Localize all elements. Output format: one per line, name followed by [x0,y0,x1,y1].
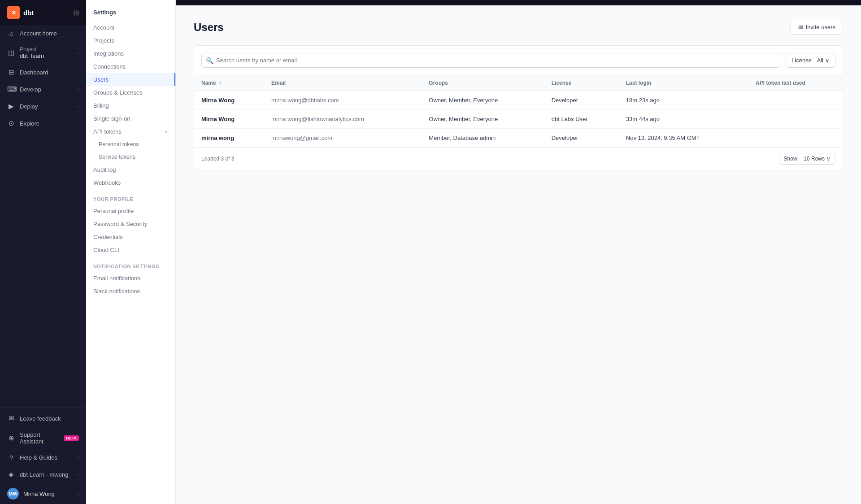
explore-icon: ⊙ [7,119,15,127]
cell-api-token [748,110,843,129]
cell-name: mirna wong [194,129,264,148]
settings-item-account[interactable]: Account [86,21,175,34]
settings-item-email-notifications[interactable]: Email notifications [86,272,175,285]
invite-users-button[interactable]: ✉ Invite users [791,20,843,35]
show-rows-dropdown[interactable]: Show: 10 Rows ∨ [779,153,835,165]
cell-email: mirna.wong@dbtlabs.com [264,91,422,110]
nav-header: ✕ dbt ⊞ [0,0,86,25]
sidebar-item-leave-feedback[interactable]: ✉ Leave feedback [0,410,86,427]
deploy-icon: ▶ [7,102,15,110]
develop-chevron-icon: › [77,87,79,92]
search-icon: 🔍 [206,57,213,64]
cell-groups: Owner, Member, Everyone [422,110,544,129]
table-row: Mirna Wong mirna.wong@dbtlabs.com Owner,… [194,91,843,110]
sidebar-item-develop[interactable]: ⌨ Develop › [0,81,86,98]
cell-last-login: 18m 23s ago [619,91,748,110]
api-tokens-section-header[interactable]: API tokens ∨ [86,125,175,138]
user-avatar: MW [7,488,19,500]
cell-api-token [748,91,843,110]
sidebar-project-selector[interactable]: ◫ Project dbt_learn › [0,42,86,64]
settings-item-personal-profile[interactable]: Personal profile [86,204,175,217]
user-chevron-icon: › [77,491,79,496]
license-chevron-icon: ∨ [825,57,830,64]
feedback-icon: ✉ [7,414,15,422]
dbt-learn-icon: ◈ [7,470,15,478]
settings-item-billing[interactable]: Billing [86,99,175,112]
beta-badge: BETA [64,435,79,441]
cell-license: dbt Labs User [544,110,619,129]
cell-last-login: Nov 13, 2024, 9:35 AM GMT [619,129,748,148]
settings-item-credentials[interactable]: Credentials [86,230,175,243]
settings-item-integrations[interactable]: Integrations [86,47,175,60]
user-menu[interactable]: MW Mirna Wong › [0,483,86,504]
settings-item-password-security[interactable]: Password & Security [86,217,175,230]
page-title: Users [194,21,224,34]
search-input[interactable] [201,53,780,68]
help-icon: ? [7,454,15,461]
sidebar-toggle-icon[interactable]: ⊞ [73,9,79,17]
cell-email: mirnawong@gmail.com [264,129,422,148]
invite-icon: ✉ [798,24,803,30]
settings-sidebar: Settings Account Projects Integrations C… [86,0,176,504]
dbt-logo-icon: ✕ [7,6,20,19]
logo-text: dbt [23,9,34,17]
logo-area: ✕ dbt [7,6,34,19]
settings-item-projects[interactable]: Projects [86,34,175,47]
sidebar-item-explore[interactable]: ⊙ Explore [0,115,86,132]
content-area: Users ✉ Invite users 🔍 License All ∨ [176,5,861,504]
col-header-email: Email [264,75,422,91]
develop-icon: ⌨ [7,85,15,93]
col-header-groups: Groups [422,75,544,91]
license-filter-dropdown[interactable]: License All ∨ [786,53,835,68]
sidebar-item-help-guides[interactable]: ? Help & Guides › [0,449,86,466]
settings-item-connections[interactable]: Connections [86,60,175,73]
col-header-license: License [544,75,619,91]
table-row: mirna wong mirnawong@gmail.com Member, D… [194,129,843,148]
project-chevron-icon: › [77,50,79,56]
deploy-chevron-icon: › [77,104,79,109]
main-content: Users ✉ Invite users 🔍 License All ∨ [176,0,861,504]
settings-item-cloud-cli[interactable]: Cloud CLI [86,243,175,256]
dashboard-icon: ⊟ [7,68,15,76]
settings-item-service-tokens[interactable]: Service tokens [86,151,175,163]
top-bar [176,0,861,5]
users-table: Name ↑ Email Groups License Last login A… [194,75,843,147]
col-header-last-login: Last login [619,75,748,91]
cell-last-login: 33m 44s ago [619,110,748,129]
cell-groups: Member, Database admin [422,129,544,148]
sidebar-item-support-assistant[interactable]: ⊕ Support Assistant BETA [0,427,86,449]
settings-item-sso[interactable]: Single sign-on [86,112,175,125]
cell-api-token [748,129,843,148]
home-icon: ⌂ [7,30,15,37]
sidebar-item-account-home[interactable]: ⌂ Account home [0,25,86,42]
loaded-count-text: Loaded 3 of 3 [201,156,234,162]
sidebar-item-dashboard[interactable]: ⊟ Dashboard [0,64,86,81]
cell-license: Developer [544,129,619,148]
search-input-wrapper: 🔍 [201,53,780,68]
settings-item-webhooks[interactable]: Webhooks [86,176,175,189]
col-header-api-token: API token last used [748,75,843,91]
support-icon: ⊕ [7,434,15,442]
api-tokens-chevron-icon: ∨ [165,129,168,135]
page-header: Users ✉ Invite users [194,20,843,35]
sidebar-item-deploy[interactable]: ▶ Deploy › [0,98,86,115]
col-header-name: Name ↑ [194,75,264,91]
settings-item-users[interactable]: Users [86,73,175,86]
users-table-card: 🔍 License All ∨ Name ↑ [194,45,843,170]
settings-item-personal-tokens[interactable]: Personal tokens [86,138,175,151]
settings-item-slack-notifications[interactable]: Slack notifications [86,285,175,298]
dbt-learn-chevron-icon: › [77,472,79,477]
table-footer: Loaded 3 of 3 Show: 10 Rows ∨ [194,147,843,170]
sidebar-item-dbt-learn[interactable]: ◈ dbt Learn - mwong › [0,466,86,483]
notification-settings-section-title: Notification settings [86,256,175,272]
settings-title: Settings [86,9,175,21]
cell-email: mirna.wong@fishtownanalytics.com [264,110,422,129]
settings-item-groups-licenses[interactable]: Groups & Licenses [86,86,175,99]
help-chevron-icon: › [77,455,79,461]
cell-name: Mirna Wong [194,91,264,110]
your-profile-section-title: Your profile [86,189,175,204]
settings-item-audit-log[interactable]: Audit log [86,163,175,176]
cell-groups: Owner, Member, Everyone [422,91,544,110]
show-rows-chevron-icon: ∨ [826,156,831,162]
table-toolbar: 🔍 License All ∨ [194,46,843,75]
